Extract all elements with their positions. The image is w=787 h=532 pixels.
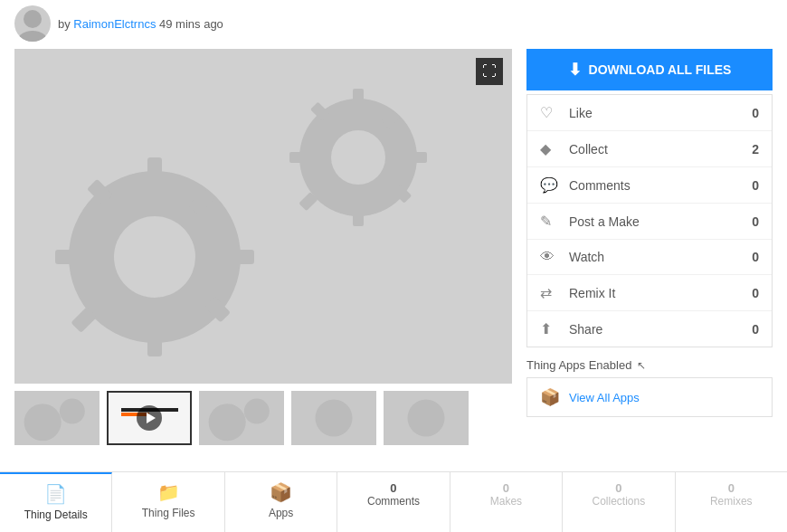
thing-files-tab-icon: 📁: [157, 481, 180, 503]
action-item-comments[interactable]: 💬 Comments 0: [527, 167, 772, 204]
fullscreen-button[interactable]: ⛶: [476, 58, 503, 85]
watch-label: Watch: [569, 250, 752, 264]
svg-point-1: [18, 31, 47, 42]
tab-thing-files[interactable]: 📁Thing Files: [112, 472, 224, 532]
remixes-tab-count: 0: [728, 481, 735, 495]
bottom-tabs: 📄Thing Details📁Thing Files📦Apps0Comments…: [0, 471, 787, 532]
thumbnails: [14, 391, 512, 445]
thing-apps-title: Thing Apps Enabled ↖: [526, 358, 773, 372]
collections-tab-count: 0: [615, 481, 621, 495]
like-icon: ♡: [540, 104, 560, 121]
svg-point-24: [60, 399, 85, 424]
remixes-tab-label: Remixes: [710, 495, 753, 508]
download-all-files-button[interactable]: ⬇ DOWNLOAD ALL FILES: [526, 49, 773, 90]
tab-comments[interactable]: 0Comments: [337, 472, 450, 532]
share-icon: ⬆: [540, 320, 560, 337]
tab-collections: 0Collections: [563, 472, 675, 532]
svg-point-13: [331, 130, 385, 185]
svg-rect-15: [353, 210, 364, 226]
action-list: ♡ Like 0 ◆ Collect 2 💬 Comments 0 ✎ Post…: [526, 94, 773, 347]
author-link[interactable]: RaimonElctrncs: [73, 17, 156, 31]
play-button[interactable]: [137, 405, 162, 431]
remix-it-icon: ⇄: [540, 284, 560, 301]
view-all-apps-button[interactable]: 📦 View All Apps: [526, 377, 773, 417]
svg-point-26: [209, 404, 246, 441]
svg-rect-4: [147, 157, 162, 180]
collect-icon: ◆: [540, 140, 560, 157]
svg-point-27: [244, 399, 270, 424]
thing-files-tab-label: Thing Files: [142, 507, 195, 519]
share-count: 0: [752, 322, 759, 337]
svg-point-3: [114, 216, 195, 298]
thumbnail-1[interactable]: [107, 391, 192, 445]
post-a-make-count: 0: [752, 214, 759, 229]
watch-count: 0: [752, 250, 759, 264]
remix-it-label: Remix It: [569, 286, 752, 300]
tab-makes: 0Makes: [450, 472, 563, 532]
comments-icon: 💬: [540, 176, 560, 194]
thing-details-tab-icon: 📄: [44, 483, 67, 505]
action-item-post-a-make[interactable]: ✎ Post a Make 0: [527, 204, 772, 240]
main-content: ⛶: [0, 49, 787, 452]
thumbnail-0[interactable]: [14, 391, 100, 445]
download-label: DOWNLOAD ALL FILES: [589, 62, 732, 77]
top-bar: by RaimonElctrncs 49 mins ago: [0, 0, 787, 49]
main-image: ⛶: [14, 49, 512, 384]
action-item-remix-it[interactable]: ⇄ Remix It 0: [527, 275, 772, 311]
comments-tab-label: Comments: [367, 495, 420, 508]
svg-rect-17: [289, 152, 306, 163]
makes-tab-count: 0: [503, 481, 509, 495]
download-icon: ⬇: [568, 60, 582, 80]
comments-tab-count: 0: [390, 481, 396, 495]
thing-apps-label: Thing Apps Enabled: [526, 358, 631, 372]
post-a-make-label: Post a Make: [569, 214, 752, 229]
thing-details-tab-label: Thing Details: [24, 508, 88, 521]
like-label: Like: [569, 106, 752, 120]
svg-rect-7: [55, 250, 78, 264]
view-all-apps-label: View All Apps: [569, 391, 640, 404]
makes-tab-label: Makes: [490, 495, 522, 508]
tab-apps[interactable]: 📦Apps: [225, 472, 337, 532]
svg-rect-16: [411, 152, 427, 163]
cursor-indicator: ↖: [637, 359, 646, 372]
comments-label: Comments: [569, 178, 752, 193]
thing-apps-section: Thing Apps Enabled ↖ 📦 View All Apps: [526, 358, 773, 417]
remix-it-count: 0: [752, 286, 759, 300]
thumbnail-2[interactable]: [199, 391, 284, 445]
collect-label: Collect: [569, 142, 752, 157]
share-label: Share: [569, 322, 752, 337]
action-item-like[interactable]: ♡ Like 0: [527, 95, 772, 131]
by-line: by RaimonElctrncs 49 mins ago: [58, 17, 223, 31]
thumbnail-4[interactable]: [384, 391, 469, 445]
comments-count: 0: [752, 178, 759, 193]
tab-thing-details[interactable]: 📄Thing Details: [0, 472, 112, 532]
svg-point-31: [407, 399, 444, 436]
tab-remixes: 0Remixes: [676, 472, 787, 532]
svg-point-0: [24, 10, 42, 28]
collections-tab-label: Collections: [592, 495, 645, 508]
action-item-share[interactable]: ⬆ Share 0: [527, 311, 772, 347]
view-all-apps-icon: 📦: [540, 387, 560, 407]
like-count: 0: [752, 106, 759, 120]
post-a-make-icon: ✎: [540, 213, 560, 230]
svg-point-23: [24, 404, 62, 441]
svg-rect-6: [232, 250, 254, 264]
right-panel: ⬇ DOWNLOAD ALL FILES ♡ Like 0 ◆ Collect …: [526, 49, 773, 445]
svg-rect-5: [147, 334, 162, 356]
left-panel: ⛶: [14, 49, 512, 445]
apps-tab-icon: 📦: [270, 481, 292, 503]
svg-rect-14: [353, 89, 364, 105]
svg-point-29: [315, 399, 352, 436]
thumbnail-3[interactable]: [291, 391, 376, 445]
avatar: [14, 5, 51, 42]
action-item-collect[interactable]: ◆ Collect 2: [527, 131, 772, 167]
apps-tab-label: Apps: [269, 507, 293, 519]
collect-count: 2: [752, 142, 759, 157]
watch-icon: 👁: [540, 249, 560, 265]
action-item-watch[interactable]: 👁 Watch 0: [527, 240, 772, 275]
